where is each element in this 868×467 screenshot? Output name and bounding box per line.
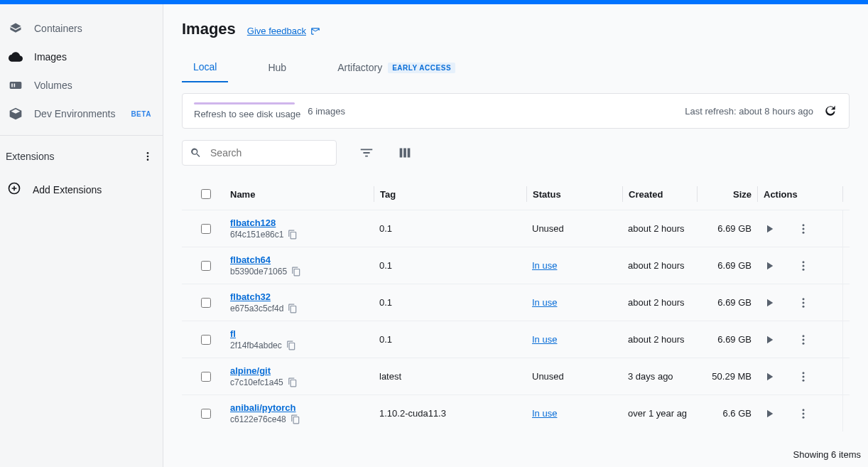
- col-size[interactable]: Size: [697, 186, 757, 202]
- tab-label: Local: [193, 61, 217, 73]
- status-link[interactable]: In use: [532, 297, 557, 308]
- table-row: alpine/gitc7c10efc1a45latestUnused3 days…: [182, 358, 850, 394]
- image-name-link[interactable]: flbatch32: [230, 291, 374, 302]
- sidebar-label: Volumes: [34, 80, 72, 91]
- svg-point-20: [803, 412, 805, 414]
- status-link[interactable]: In use: [532, 260, 557, 271]
- col-created[interactable]: Created: [622, 186, 697, 202]
- row-checkbox[interactable]: [201, 409, 211, 419]
- row-checkbox[interactable]: [201, 298, 211, 308]
- run-button[interactable]: [763, 259, 776, 272]
- copy-icon[interactable]: [286, 340, 296, 350]
- svg-point-16: [803, 372, 805, 374]
- size-cell: 50.29 MB: [697, 371, 757, 382]
- tab-label: Hub: [268, 62, 286, 73]
- status-link[interactable]: In use: [532, 334, 557, 345]
- image-id: e675a3c5cf4d: [230, 304, 283, 313]
- row-menu-button[interactable]: [797, 370, 810, 383]
- row-checkbox[interactable]: [201, 335, 211, 345]
- run-button[interactable]: [763, 222, 776, 235]
- run-button[interactable]: [763, 407, 776, 420]
- row-menu-button[interactable]: [797, 259, 810, 272]
- tab-artifactory[interactable]: Artifactory EARLY ACCESS: [326, 54, 467, 82]
- row-menu-button[interactable]: [797, 333, 810, 346]
- tag-cell: 0.1: [374, 223, 526, 234]
- copy-icon[interactable]: [291, 267, 301, 277]
- sidebar-label: Dev Environments: [34, 108, 115, 119]
- tag-cell: 0.1: [374, 297, 526, 308]
- svg-point-7: [803, 261, 805, 263]
- image-id: c6122e76ce48: [230, 414, 286, 424]
- row-menu-button[interactable]: [797, 296, 810, 309]
- columns-button[interactable]: [396, 144, 413, 161]
- search-input-container: [182, 140, 337, 166]
- extensions-menu-button[interactable]: [141, 150, 154, 163]
- svg-point-17: [803, 375, 805, 377]
- add-icon: [7, 181, 21, 198]
- filter-button[interactable]: [358, 144, 375, 161]
- run-button[interactable]: [763, 370, 776, 383]
- created-cell: about 2 hours: [622, 223, 697, 234]
- table-row: flbatch1286f4c151e86c10.1Unusedabout 2 h…: [182, 210, 850, 247]
- sidebar: Containers Images Volumes Dev Environmen…: [0, 4, 163, 467]
- tab-local[interactable]: Local: [182, 54, 228, 82]
- svg-point-12: [803, 305, 805, 307]
- col-delete: [842, 186, 868, 202]
- image-name-link[interactable]: flbatch128: [230, 218, 374, 228]
- svg-point-5: [803, 227, 805, 230]
- image-id: 2f14fb4abdec: [230, 340, 282, 350]
- run-button[interactable]: [763, 333, 776, 346]
- image-name-link[interactable]: flbatch64: [230, 254, 374, 265]
- created-cell: about 2 hours: [622, 260, 697, 271]
- status-link[interactable]: In use: [532, 408, 557, 419]
- disk-usage-hint: Refresh to see disk usage: [194, 109, 300, 119]
- image-name-link[interactable]: alpine/git: [230, 365, 374, 376]
- row-checkbox[interactable]: [201, 261, 211, 271]
- sidebar-item-containers[interactable]: Containers: [0, 14, 163, 43]
- image-name-link[interactable]: fl: [230, 328, 374, 339]
- copy-icon[interactable]: [288, 230, 298, 240]
- row-menu-button[interactable]: [797, 407, 810, 420]
- image-id: b5390de71065: [230, 267, 287, 277]
- feedback-icon: [310, 26, 320, 36]
- run-button[interactable]: [763, 296, 776, 309]
- disk-usage-meter: [194, 102, 295, 104]
- table-row: flbatch64b5390de710650.1In useabout 2 ho…: [182, 247, 850, 284]
- give-feedback-link[interactable]: Give feedback: [247, 26, 320, 36]
- sidebar-item-dev-env[interactable]: Dev Environments BETA: [0, 100, 163, 128]
- row-checkbox[interactable]: [201, 372, 211, 382]
- col-name[interactable]: Name: [224, 189, 374, 200]
- svg-point-21: [803, 416, 805, 418]
- col-status[interactable]: Status: [526, 186, 622, 202]
- select-all-checkbox[interactable]: [201, 189, 211, 199]
- row-menu-button[interactable]: [797, 222, 810, 235]
- created-cell: about 2 hours: [622, 297, 697, 308]
- sidebar-item-volumes[interactable]: Volumes: [0, 71, 163, 100]
- tag-cell: 0.1: [374, 334, 526, 345]
- table-row: fl2f14fb4abdec0.1In useabout 2 hours6.69…: [182, 321, 850, 358]
- col-tag[interactable]: Tag: [374, 186, 526, 202]
- image-name-link[interactable]: anibali/pytorch: [230, 402, 374, 413]
- images-table: Name Tag Status Created Size Actions flb…: [182, 178, 850, 431]
- copy-icon[interactable]: [288, 304, 298, 313]
- copy-icon[interactable]: [291, 414, 300, 424]
- row-checkbox[interactable]: [201, 224, 211, 234]
- tag-cell: 0.1: [374, 260, 526, 271]
- add-extensions-button[interactable]: Add Extensions: [0, 176, 163, 203]
- size-cell: 6.69 GB: [697, 334, 757, 345]
- size-cell: 6.69 GB: [697, 260, 757, 271]
- feedback-link-text: Give feedback: [247, 26, 306, 36]
- footer-count: Showing 6 items: [793, 449, 861, 460]
- sidebar-item-images[interactable]: Images: [0, 43, 163, 71]
- svg-point-9: [803, 268, 805, 270]
- svg-point-19: [803, 409, 805, 411]
- page-title: Images: [182, 20, 236, 38]
- tab-hub[interactable]: Hub: [256, 54, 298, 82]
- copy-icon[interactable]: [288, 377, 298, 387]
- refresh-button[interactable]: [823, 104, 837, 118]
- svg-point-2: [147, 159, 149, 161]
- extensions-label: Extensions: [6, 151, 54, 162]
- svg-point-10: [803, 298, 805, 300]
- table-row: anibali/pytorchc6122e76ce481.10.2-cuda11…: [182, 394, 850, 431]
- search-input[interactable]: [210, 147, 329, 159]
